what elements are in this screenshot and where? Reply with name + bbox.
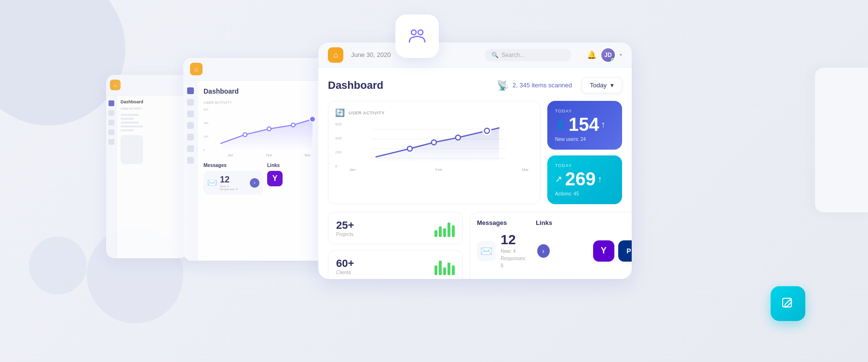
p2-envelope-icon: ✉️	[207, 178, 217, 187]
stat-blue-number: 154 ↑	[569, 115, 605, 134]
p3-line-1	[121, 114, 139, 116]
clients-stat-card: 60+ Clients	[328, 250, 463, 279]
p2-messages-label: Messages	[203, 163, 263, 168]
p3-logo: ⌂	[110, 80, 121, 90]
p1-cards-row: 🔄 USER ACTIVITY 6004002000	[328, 101, 622, 204]
p2-logo: ⌂	[190, 63, 203, 75]
p2-chart-label: USER ACTIVITY	[203, 101, 327, 104]
p2-msg-count: 12	[220, 175, 238, 185]
p1-user-avatar[interactable]: JD	[600, 47, 616, 63]
svg-point-11	[407, 146, 412, 151]
chart-sync-icon: 🔄	[335, 108, 345, 117]
link-yahoo-icon[interactable]: Y	[593, 240, 614, 262]
p1-search-bar[interactable]: 🔍 Search...	[485, 49, 571, 61]
projects-number: 25+	[336, 219, 429, 232]
p2-x-labels: JanFebMar	[211, 153, 327, 157]
people-icon	[407, 26, 428, 47]
panel-1-main: ⌂ June 30, 2020 🔍 Search... 🔔 JD ▾ Dashb…	[318, 42, 632, 279]
bar-4	[448, 223, 450, 237]
main-chart-svg	[344, 122, 533, 166]
p1-date: June 30, 2020	[351, 51, 391, 58]
p1-msg-responses: Responses: 8	[501, 255, 528, 269]
panel-2: ⌂ Dashboard USER ACTIVITY 6004002000	[183, 58, 333, 261]
projects-label: Projects	[336, 232, 429, 237]
p3-line-4	[121, 125, 143, 127]
p3-line-2	[121, 118, 134, 120]
chart-y-axis: 6004002000	[335, 122, 344, 175]
today-label: Today	[590, 82, 607, 89]
svg-point-13	[456, 135, 461, 140]
svg-point-1	[418, 30, 423, 35]
link-yahoo[interactable]: Y	[267, 171, 283, 186]
p1-logo: ⌂	[328, 47, 343, 63]
stat-cards-column: TODAY 👤 154 ↑ New users: 24 TODAY ↗	[547, 101, 622, 204]
p3-subtitle: USER ACTIVITY	[121, 107, 143, 110]
p2-messages-links: Messages ✉️ 12 New: 4 Responses: 8 › Lin…	[203, 163, 327, 195]
svg-point-12	[432, 140, 436, 145]
bg-circle-3	[29, 237, 87, 294]
p1-msg-count: 12	[501, 232, 528, 248]
dashboard-title: Dashboard	[328, 79, 383, 92]
links-row: Y P in W + +	[593, 240, 632, 262]
bar-1	[434, 230, 437, 237]
panel-right-partial	[815, 68, 868, 212]
stat-card-users: TODAY 👤 154 ↑ New users: 24	[547, 101, 622, 150]
scan-text: 2, 345 items scanned	[513, 82, 572, 89]
p2-chart-svg	[211, 108, 327, 152]
p2-msg-num-wrap: 12 New: 4 Responses: 8	[220, 175, 238, 191]
fab-edit-button[interactable]	[771, 286, 805, 321]
action-stat-icon: ↗	[555, 174, 562, 184]
p2-header: ⌂	[183, 58, 333, 81]
cbar-4	[448, 263, 450, 275]
svg-point-0	[411, 30, 416, 35]
p2-title: Dashboard	[203, 87, 327, 95]
messages-links-card: Messages Links ✉️ 12 New: 4 Responses: 8	[470, 212, 632, 279]
links-section-header: Links	[536, 219, 552, 226]
p2-nav-active	[187, 87, 194, 94]
cbar-5	[452, 265, 455, 275]
projects-stat-card: 25+ Projects	[328, 212, 463, 244]
p2-nav-3	[187, 122, 194, 129]
messages-links-content: ✉️ 12 New: 4 Responses: 8 › Y P in	[477, 232, 632, 269]
p3-line-3	[121, 122, 139, 124]
floating-people-icon-card	[395, 14, 439, 58]
p2-nav-1	[187, 99, 194, 106]
p1-avatar-area: 🔔 JD ▾	[587, 47, 622, 63]
clients-mini-chart	[434, 258, 455, 275]
envelope-icon: ✉️	[480, 245, 492, 257]
p1-header: ⌂ June 30, 2020 🔍 Search... 🔔 JD ▾	[318, 42, 632, 68]
msg-arrow-btn[interactable]: ›	[537, 244, 550, 258]
p2-msg-arrow[interactable]: ›	[250, 178, 259, 188]
chart-x-labels: JanFebMar	[344, 167, 533, 172]
cbar-3	[443, 267, 446, 275]
stat-blue-sub: New users: 24	[555, 137, 614, 142]
svg-point-4	[267, 127, 271, 131]
svg-point-15	[485, 129, 489, 133]
p1-bottom-row: 25+ Projects 60+ Clients	[328, 212, 622, 279]
p2-nav-4	[187, 134, 194, 140]
p2-msg-card: ✉️ 12 New: 4 Responses: 8 ›	[203, 171, 263, 195]
clients-info: 60+ Clients	[336, 257, 429, 275]
p2-nav-6	[187, 157, 194, 164]
scan-icon: 📡	[497, 80, 509, 91]
stat-card-actions: TODAY ↗ 269 ↑ Actions: 45	[547, 155, 622, 204]
chart-area: JanFebMar	[344, 122, 533, 175]
projects-info: 25+ Projects	[336, 219, 429, 237]
p3-nav-1	[108, 110, 114, 116]
bell-icon: 🔔	[587, 50, 597, 59]
stat-cyan-today: TODAY	[555, 163, 614, 168]
chevron-down-icon: ▾	[620, 52, 622, 57]
bar-5	[452, 225, 455, 237]
p1-search-placeholder: Search...	[502, 52, 525, 58]
msg-links-headers: Messages Links	[477, 219, 632, 226]
stat-blue-today: TODAY	[555, 109, 614, 113]
svg-point-6	[310, 116, 315, 122]
chart-with-y: 6004002000	[335, 122, 533, 175]
p1-content: Dashboard 📡 2, 345 items scanned Today ▾…	[318, 68, 632, 279]
link-paypal-icon[interactable]: P	[618, 240, 632, 262]
stat-blue-row: 👤 154 ↑	[555, 115, 614, 134]
chart-container: 6004002000	[335, 122, 533, 175]
p2-chart: 6004002000	[203, 108, 327, 152]
scan-badge: 📡 2, 345 items scanned	[497, 80, 572, 91]
today-filter-btn[interactable]: Today ▾	[582, 77, 622, 93]
